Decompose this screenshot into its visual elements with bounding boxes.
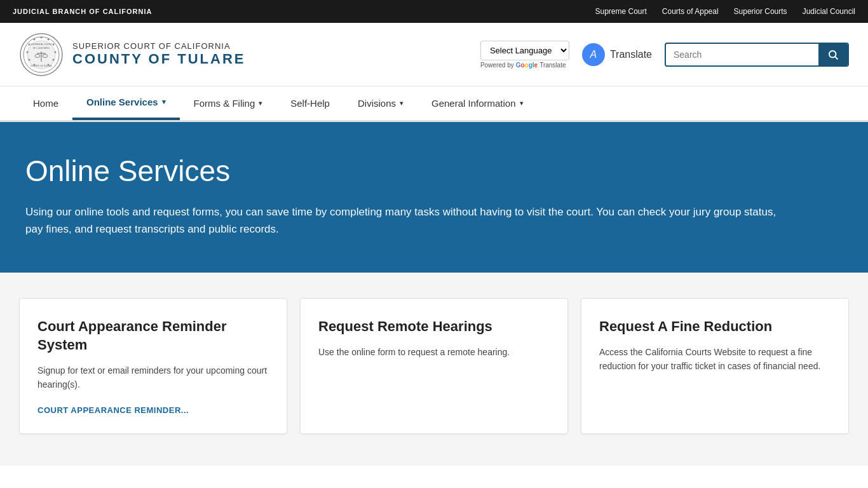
hero-section: Online Services Using our online tools a… <box>0 122 868 273</box>
search-icon <box>827 49 839 60</box>
card-2-desc: Use the online form to request a remote … <box>318 345 550 359</box>
svg-point-17 <box>29 58 31 60</box>
nav-divisions[interactable]: Divisions ▾ <box>344 86 417 120</box>
chevron-down-icon: ▾ <box>259 99 262 107</box>
svg-text:OF CALIFORNIA: OF CALIFORNIA <box>33 47 50 50</box>
svg-point-13 <box>55 51 57 53</box>
svg-point-14 <box>53 58 55 60</box>
svg-text:SUPERIOR COURT: SUPERIOR COURT <box>31 43 52 46</box>
chevron-down-icon: ▾ <box>520 99 524 107</box>
courts-of-appeal-link[interactable]: Courts of Appeal <box>662 7 719 16</box>
translate-button[interactable]: A Translate <box>582 43 652 66</box>
google-logo: Google <box>516 62 538 69</box>
card-1-title: Court Appearance Reminder System <box>37 318 269 354</box>
svg-point-15 <box>48 64 50 65</box>
court-seal-icon: SUPERIOR COURT OF CALIFORNIA COUNTY OF T… <box>19 32 64 77</box>
cards-section: Court Appearance Reminder System Signup … <box>0 273 868 466</box>
card-3-title: Request A Fine Reduction <box>599 318 831 336</box>
translate-label-small: Translate <box>539 62 566 69</box>
search-button[interactable] <box>818 44 848 65</box>
hero-description: Using our online tools and request forms… <box>25 203 788 238</box>
logo-text-area: SUPERIOR COURT OF CALIFORNIA COUNTY OF T… <box>72 41 245 67</box>
top-bar-links: Supreme Court Courts of Appeal Superior … <box>595 7 855 16</box>
svg-point-20 <box>34 38 36 40</box>
card-1-desc: Signup for text or email reminders for y… <box>37 363 269 392</box>
svg-point-11 <box>48 38 50 40</box>
translate-area: Select Language Powered by Google Transl… <box>480 41 569 69</box>
hero-title: Online Services <box>25 154 843 188</box>
language-select[interactable]: Select Language <box>480 41 569 60</box>
site-header: SUPERIOR COURT OF CALIFORNIA COUNTY OF T… <box>0 23 868 86</box>
nav-home[interactable]: Home <box>19 86 72 120</box>
svg-line-22 <box>835 57 837 59</box>
svg-point-12 <box>53 43 55 45</box>
card-1-link[interactable]: COURT APPEARANCE REMINDER... <box>37 405 189 415</box>
svg-point-19 <box>29 43 31 45</box>
translate-icon: A <box>582 43 605 66</box>
card-court-appearance: Court Appearance Reminder System Signup … <box>19 298 287 434</box>
nav-self-help[interactable]: Self-Help <box>276 86 344 120</box>
top-bar: JUDICIAL BRANCH OF CALIFORNIA Supreme Co… <box>0 0 868 23</box>
search-box <box>665 43 849 67</box>
chevron-down-icon: ▾ <box>400 99 403 107</box>
main-nav: Home Online Services ▾ Forms & Filing ▾ … <box>0 86 868 122</box>
supreme-court-link[interactable]: Supreme Court <box>595 7 646 16</box>
card-remote-hearings: Request Remote Hearings Use the online f… <box>300 298 568 434</box>
chevron-down-icon: ▾ <box>162 98 166 106</box>
nav-online-services[interactable]: Online Services ▾ <box>72 86 180 120</box>
svg-point-10 <box>41 36 43 38</box>
svg-point-21 <box>829 51 836 58</box>
nav-forms-filing[interactable]: Forms & Filing ▾ <box>180 86 277 120</box>
powered-by: Powered by Google Translate <box>480 62 566 69</box>
nav-general-information[interactable]: General Information ▾ <box>417 86 538 120</box>
judicial-council-link[interactable]: Judicial Council <box>803 7 855 16</box>
card-3-desc: Access the California Courts Website to … <box>599 345 831 374</box>
card-2-title: Request Remote Hearings <box>318 318 550 336</box>
svg-point-18 <box>27 51 29 53</box>
search-input[interactable] <box>666 44 818 65</box>
card-fine-reduction: Request A Fine Reduction Access the Cali… <box>581 298 849 434</box>
brand-name: JUDICIAL BRANCH OF CALIFORNIA <box>13 8 152 15</box>
court-name: SUPERIOR COURT OF CALIFORNIA <box>72 41 245 51</box>
logo-area: SUPERIOR COURT OF CALIFORNIA COUNTY OF T… <box>19 32 245 77</box>
svg-point-16 <box>34 64 36 65</box>
header-right: Select Language Powered by Google Transl… <box>480 41 849 69</box>
county-name: COUNTY OF TULARE <box>72 51 245 67</box>
superior-courts-link[interactable]: Superior Courts <box>734 7 787 16</box>
